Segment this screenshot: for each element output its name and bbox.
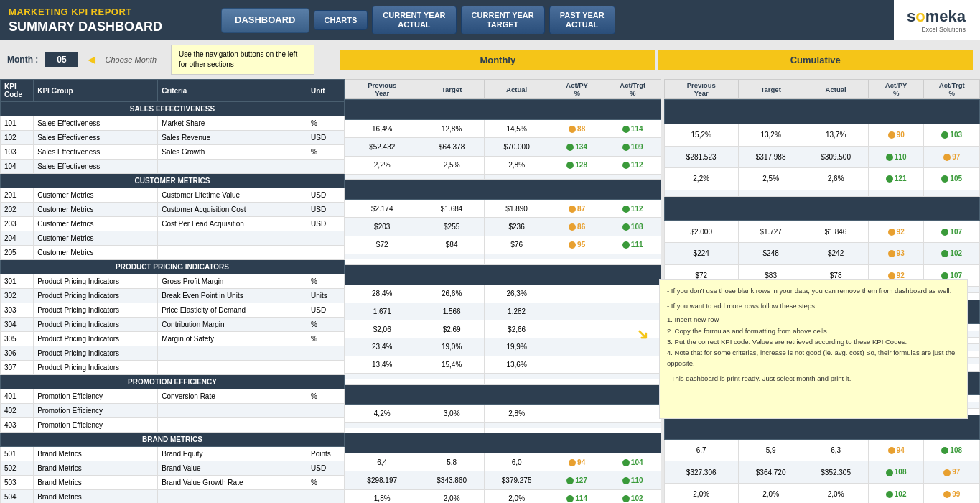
past-year-actual-button[interactable]: PAST YEAR ACTUAL — [549, 6, 615, 34]
monthly-data-row: $72 $84 $76 95 111 — [345, 236, 661, 254]
kpi-row: 302 Product Pricing Indicators Break Eve… — [1, 289, 345, 303]
logo-tagline: Excel Solutions — [921, 26, 966, 33]
cumulative-data-row: 6,7 5,9 6,3 94 108 — [664, 439, 980, 461]
hint-line2: - If you want to add more rows follow th… — [667, 300, 960, 311]
cumulative-section-header-row — [664, 100, 980, 124]
kpi-row: 307 Product Pricing Indicators — [1, 361, 345, 375]
app-container: MARKETING KPI REPORT SUMMARY DASHBOARD D… — [0, 0, 980, 503]
th-criteria: Criteria — [158, 80, 307, 102]
monthly-section-header-row — [345, 384, 661, 405]
monthly-data-row: 28,4% 26,6% 26,3% — [345, 285, 661, 303]
th-actpy-m: Act/PY% — [549, 80, 605, 99]
th-acttgt-c: Act/Trgt% — [924, 80, 980, 99]
header-nav: DASHBOARD CHARTS CURRENT YEAR ACTUAL CUR… — [215, 0, 894, 40]
kpi-row: 503 Brand Metrics Brand Value Growth Rat… — [1, 476, 345, 490]
monthly-data-row: 23,4% 19,0% 19,9% — [345, 338, 661, 356]
kpi-row: 204 Customer Metrics — [1, 231, 345, 246]
th-acttgt-m: Act/Trgt% — [605, 80, 661, 99]
monthly-data-row: $203 $255 $236 86 108 — [345, 218, 661, 236]
logo-name: someka — [907, 7, 966, 26]
monthly-section-header-row — [345, 180, 661, 200]
hint-line5: 3. Put the correct KPI code. Values are … — [667, 336, 960, 347]
monthly-data-row: 16,4% 12,8% 14,5% 88 114 — [345, 120, 661, 138]
monthly-data-row — [345, 259, 661, 265]
nav-hint: Use the navigation buttons on the left f… — [171, 45, 314, 75]
th-kpi-group: KPI Group — [34, 80, 158, 102]
section-header-row: BRAND METRICS — [1, 433, 345, 447]
kpi-table-wrapper: KPI Code KPI Group Criteria Unit SALES E… — [0, 79, 345, 503]
monthly-data-table: 16,4% 12,8% 14,5% 88 114 $52.432 $64.378… — [345, 99, 661, 503]
section-header-row: CUSTOMER METRICS — [1, 174, 345, 188]
hint-box: - If you don't use those blank rows in y… — [659, 279, 968, 419]
monthly-data-row: $2,06 $2,69 $2,66 — [345, 320, 661, 338]
cumulative-header: Cumulative — [658, 50, 973, 70]
monthly-section-header-row — [345, 433, 661, 453]
monthly-header: Monthly — [340, 50, 655, 70]
th-kpi-code: KPI Code — [1, 80, 34, 102]
current-year-actual-button[interactable]: CURRENT YEAR ACTUAL — [372, 6, 456, 34]
kpi-row: 301 Product Pricing Indicators Gross Pro… — [1, 274, 345, 289]
th-actual-c: Actual — [803, 80, 868, 99]
kpi-row: 502 Brand Metrics Brand Value USD — [1, 461, 345, 476]
header: MARKETING KPI REPORT SUMMARY DASHBOARD D… — [0, 0, 980, 40]
th-prev-year-c: PreviousYear — [664, 80, 738, 99]
kpi-row: 403 Promotion Efficiency — [1, 418, 345, 433]
kpi-row: 102 Sales Effectiveness Sales Revenue US… — [1, 131, 345, 145]
kpi-table: KPI Code KPI Group Criteria Unit SALES E… — [0, 79, 345, 503]
hint-line3: 1. Insert new row — [667, 314, 960, 325]
th-prev-year-m: PreviousYear — [345, 80, 419, 99]
hint-line6: 4. Note that for some criterias, increas… — [667, 347, 960, 369]
cumulative-data-row: $224 $248 $242 93 102 — [664, 243, 980, 265]
section-header-row: PROMOTION EFFICIENCY — [1, 375, 345, 389]
monthly-data-row — [345, 254, 661, 259]
someka-logo: someka Excel Solutions — [901, 4, 971, 36]
monthly-data-row — [345, 428, 661, 433]
kpi-row: 303 Product Pricing Indicators Price Ela… — [1, 303, 345, 318]
kpi-row: 101 Sales Effectiveness Market Share % — [1, 116, 345, 131]
section-header-row: PRODUCT PRICING INDICATORS — [1, 260, 345, 274]
logo-area: someka Excel Solutions — [894, 0, 980, 40]
cumulative-col-headers: PreviousYear Target Actual Act/PY% Act/T… — [664, 79, 981, 99]
section-header-row: SALES EFFECTIVENESS — [1, 102, 345, 116]
cumulative-data-row — [664, 190, 980, 196]
month-value[interactable]: 05 — [45, 52, 78, 67]
cumulative-section-header-row — [664, 196, 980, 221]
dashboard-button[interactable]: DASHBOARD — [221, 8, 309, 33]
kpi-row: 305 Product Pricing Indicators Margin of… — [1, 332, 345, 346]
monthly-section-header-row — [345, 100, 661, 120]
charts-button[interactable]: CHARTS — [314, 10, 368, 30]
monthly-col-headers: PreviousYear Target Actual Act/PY% Act/T… — [345, 79, 661, 99]
hint-line4: 2. Copy the formulas and formatting from… — [667, 326, 960, 336]
cumulative-data-row: $2.000 $1.727 $1.846 92 107 — [664, 221, 980, 243]
monthly-data-row — [345, 422, 661, 428]
kpi-row: 202 Customer Metrics Customer Acquisitio… — [1, 203, 345, 217]
cumulative-data-row: $281.523 $317.988 $309.500 110 97 — [664, 146, 980, 168]
kpi-row: 103 Sales Effectiveness Sales Growth % — [1, 145, 345, 160]
hint-line1: - If you don't use those blank rows in y… — [667, 285, 960, 296]
kpi-row: 205 Customer Metrics — [1, 246, 345, 260]
cumulative-data-row: 15,2% 13,2% 13,7% 90 103 — [664, 124, 980, 146]
kpi-row: 306 Product Pricing Indicators — [1, 346, 345, 361]
data-col-headers: PreviousYear Target Actual Act/PY% Act/T… — [345, 79, 980, 99]
kpi-row: 201 Customer Metrics Customer Lifetime V… — [1, 188, 345, 203]
kpi-row: 402 Promotion Efficiency — [1, 404, 345, 418]
kpi-row: 504 Brand Metrics — [1, 490, 345, 503]
monthly-data-row: 2,2% 2,5% 2,8% 128 112 — [345, 156, 661, 174]
monthly-data-row: $2.174 $1.684 $1.890 87 112 — [345, 200, 661, 218]
kpi-row: 104 Sales Effectiveness — [1, 160, 345, 174]
th-actual-m: Actual — [484, 80, 549, 99]
monthly-data-row: 1,8% 2,0% 2,0% 114 102 — [345, 489, 661, 503]
monthly-data-row: 1.671 1.566 1.282 — [345, 303, 661, 320]
cumulative-data-row: 2,0% 2,0% 2,0% 102 99 — [664, 483, 980, 503]
kpi-row: 304 Product Pricing Indicators Contribut… — [1, 318, 345, 332]
header-left: MARKETING KPI REPORT SUMMARY DASHBOARD — [0, 0, 215, 40]
left-arrow-icon[interactable]: ◄ — [85, 52, 98, 68]
kpi-row: 401 Promotion Efficiency Conversion Rate… — [1, 389, 345, 404]
th-actpy-c: Act/PY% — [868, 80, 924, 99]
kpi-row: 203 Customer Metrics Cost Per Lead Acqui… — [1, 217, 345, 231]
choose-month-label: Choose Month — [106, 55, 157, 64]
monthly-data-row: 6,4 5,8 6,0 94 104 — [345, 453, 661, 471]
current-year-target-button[interactable]: CURRENT YEAR TARGET — [461, 6, 545, 34]
month-label: Month : — [7, 55, 38, 65]
th-target-c: Target — [738, 80, 803, 99]
